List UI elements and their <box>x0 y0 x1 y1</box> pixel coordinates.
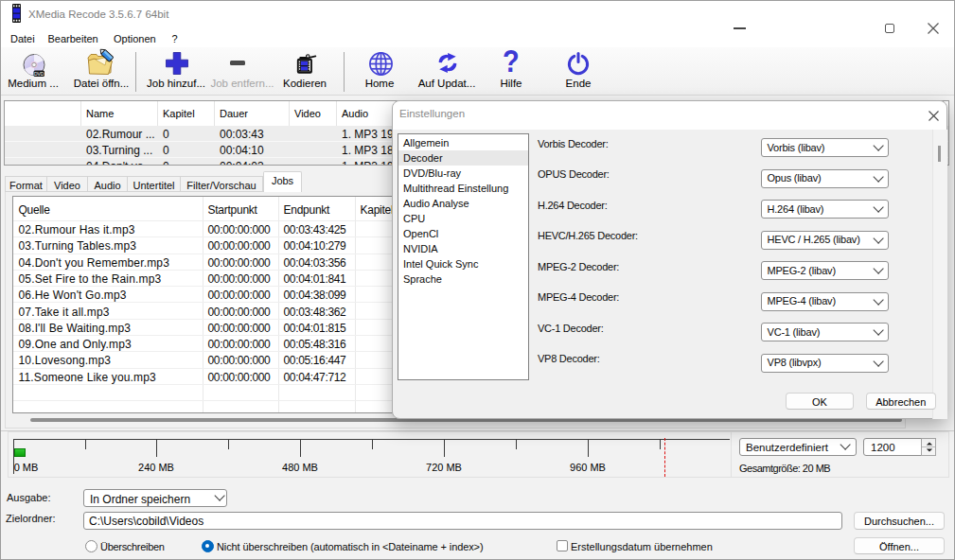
svg-text:DVD: DVD <box>34 70 44 76</box>
